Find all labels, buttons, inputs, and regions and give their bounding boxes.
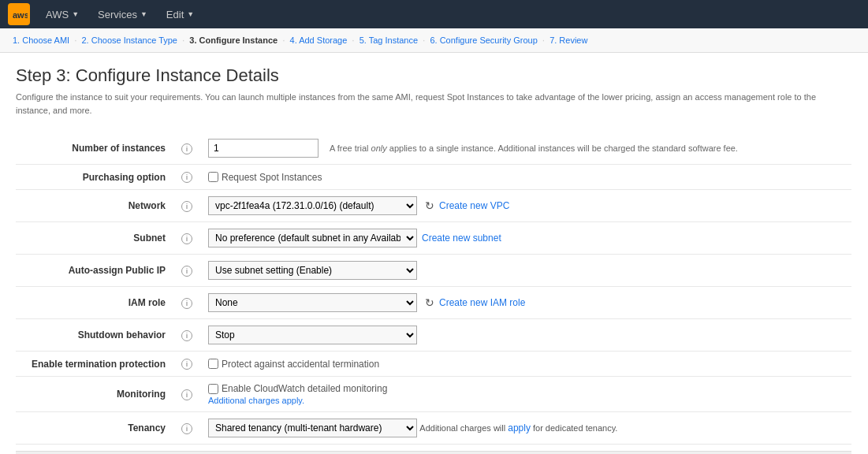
value-subnet: No preference (default subnet in any Ava… (200, 222, 851, 255)
iam-role-refresh-button[interactable]: ↻ (425, 296, 434, 309)
info-icon-iam[interactable]: i (181, 298, 192, 309)
network-select[interactable]: vpc-2f1fea4a (172.31.0.0/16) (default) (208, 196, 417, 215)
row-shutdown-behavior: Shutdown behavior i Stop (16, 319, 851, 352)
breadcrumb-configure-instance: 3. Configure Instance (189, 35, 278, 45)
label-purchasing-option: Purchasing option (16, 165, 173, 190)
info-iam-role: i (173, 287, 200, 319)
value-shutdown-behavior: Stop (200, 319, 851, 352)
row-iam-role: IAM role i None ↻ Create new IAM role (16, 287, 851, 319)
breadcrumb-sep-3: · (282, 35, 285, 46)
breadcrumb-sep-6: · (542, 35, 545, 46)
breadcrumb: 1. Choose AMI · 2. Choose Instance Type … (0, 28, 868, 53)
iam-role-select[interactable]: None (208, 293, 417, 312)
create-iam-role-link[interactable]: Create new IAM role (439, 297, 525, 308)
label-termination-protection: Enable termination protection (16, 352, 173, 377)
advanced-details-section-header[interactable]: ▼ Advanced Details (16, 451, 851, 454)
breadcrumb-add-storage[interactable]: 4. Add Storage (290, 35, 348, 45)
svg-text:aws: aws (13, 10, 28, 20)
breadcrumb-security-group[interactable]: 6. Configure Security Group (430, 35, 537, 45)
info-tenancy: i (173, 412, 200, 445)
shutdown-behavior-select[interactable]: Stop (208, 326, 417, 344)
row-monitoring: Monitoring i Enable CloudWatch detailed … (16, 377, 851, 412)
value-termination-protection: Protect against accidental termination (200, 352, 851, 377)
info-icon-subnet[interactable]: i (181, 233, 192, 244)
tenancy-select[interactable]: Shared tenancy (multi-tenant hardware) (208, 419, 417, 437)
edit-chevron-icon: ▼ (187, 10, 194, 18)
breadcrumb-sep-4: · (352, 35, 354, 46)
label-iam-role: IAM role (16, 287, 173, 319)
aws-label: AWS (46, 9, 69, 20)
spot-instances-label[interactable]: Request Spot Instances (208, 172, 844, 183)
info-icon-shutdown[interactable]: i (181, 330, 192, 341)
services-nav-button[interactable]: Services ▼ (90, 6, 155, 24)
info-shutdown-behavior: i (173, 319, 200, 352)
services-chevron-icon: ▼ (140, 10, 147, 18)
free-trial-note: A free trial only applies to a single in… (330, 143, 738, 153)
info-number-of-instances: i (173, 132, 200, 165)
label-auto-assign-ip: Auto-assign Public IP (16, 255, 173, 287)
info-icon-network[interactable]: i (181, 201, 192, 212)
label-tenancy: Tenancy (16, 412, 173, 445)
info-auto-assign-ip: i (173, 255, 200, 287)
aws-logo-svg: aws (10, 6, 28, 23)
create-subnet-link[interactable]: Create new subnet (422, 233, 501, 244)
info-icon-auto-assign[interactable]: i (181, 266, 192, 277)
row-termination-protection: Enable termination protection i Protect … (16, 352, 851, 377)
label-subnet: Subnet (16, 222, 173, 255)
breadcrumb-sep-1: · (74, 35, 76, 46)
subnet-select[interactable]: No preference (default subnet in any Ava… (208, 229, 417, 247)
aws-nav-button[interactable]: AWS ▼ (38, 6, 87, 24)
tenancy-additional-text: Additional charges will apply for dedica… (419, 423, 617, 433)
breadcrumb-choose-instance-type[interactable]: 2. Choose Instance Type (82, 35, 178, 45)
info-icon-monitoring[interactable]: i (181, 389, 192, 400)
breadcrumb-review[interactable]: 7. Review (549, 35, 587, 45)
info-termination-protection: i (173, 352, 200, 377)
value-purchasing-option: Request Spot Instances (200, 165, 851, 190)
label-network: Network (16, 190, 173, 222)
monitoring-text: Enable CloudWatch detailed monitoring (222, 383, 387, 394)
value-network: vpc-2f1fea4a (172.31.0.0/16) (default) ↻… (200, 190, 851, 222)
value-number-of-instances: A free trial only applies to a single in… (200, 132, 851, 165)
termination-protection-text: Protect against accidental termination (222, 359, 379, 370)
info-subnet: i (173, 222, 200, 255)
auto-assign-ip-select[interactable]: Use subnet setting (Enable) (208, 261, 417, 280)
aws-logo: aws (8, 3, 30, 25)
edit-nav-button[interactable]: Edit ▼ (158, 6, 202, 24)
network-refresh-button[interactable]: ↻ (425, 199, 434, 212)
breadcrumb-sep-2: · (182, 35, 184, 46)
aws-chevron-icon: ▼ (72, 10, 79, 18)
info-icon-purchasing[interactable]: i (181, 172, 192, 183)
create-vpc-link[interactable]: Create new VPC (439, 200, 509, 211)
info-purchasing-option: i (173, 165, 200, 190)
spot-instances-checkbox[interactable] (208, 172, 218, 182)
label-shutdown-behavior: Shutdown behavior (16, 319, 173, 352)
info-monitoring: i (173, 377, 200, 412)
monitoring-label[interactable]: Enable CloudWatch detailed monitoring (208, 383, 844, 394)
monitoring-additional-charges[interactable]: Additional charges apply. (208, 396, 844, 405)
page-title: Step 3: Configure Instance Details (16, 65, 851, 86)
termination-protection-checkbox[interactable] (208, 359, 218, 369)
breadcrumb-choose-ami[interactable]: 1. Choose AMI (13, 35, 69, 45)
row-tenancy: Tenancy i Shared tenancy (multi-tenant h… (16, 412, 851, 445)
termination-protection-label[interactable]: Protect against accidental termination (208, 359, 844, 370)
breadcrumb-sep-5: · (423, 35, 425, 46)
label-monitoring: Monitoring (16, 377, 173, 412)
label-number-of-instances: Number of instances (16, 132, 173, 165)
form-table: Number of instances i A free trial only … (16, 132, 851, 445)
row-auto-assign-ip: Auto-assign Public IP i Use subnet setti… (16, 255, 851, 287)
info-icon-tenancy[interactable]: i (181, 423, 192, 434)
value-iam-role: None ↻ Create new IAM role (200, 287, 851, 319)
tenancy-apply-link[interactable]: apply (508, 422, 531, 434)
top-nav: aws AWS ▼ Services ▼ Edit ▼ (0, 0, 868, 28)
instances-input[interactable] (208, 139, 319, 158)
spot-instances-text: Request Spot Instances (222, 172, 322, 183)
services-label: Services (98, 9, 137, 20)
info-network: i (173, 190, 200, 222)
monitoring-checkbox[interactable] (208, 384, 218, 394)
row-purchasing-option: Purchasing option i Request Spot Instanc… (16, 165, 851, 190)
edit-label: Edit (166, 9, 184, 20)
info-icon-instances[interactable]: i (181, 143, 192, 154)
breadcrumb-tag-instance[interactable]: 5. Tag Instance (359, 35, 418, 45)
value-monitoring: Enable CloudWatch detailed monitoring Ad… (200, 377, 851, 412)
info-icon-termination[interactable]: i (181, 359, 192, 370)
